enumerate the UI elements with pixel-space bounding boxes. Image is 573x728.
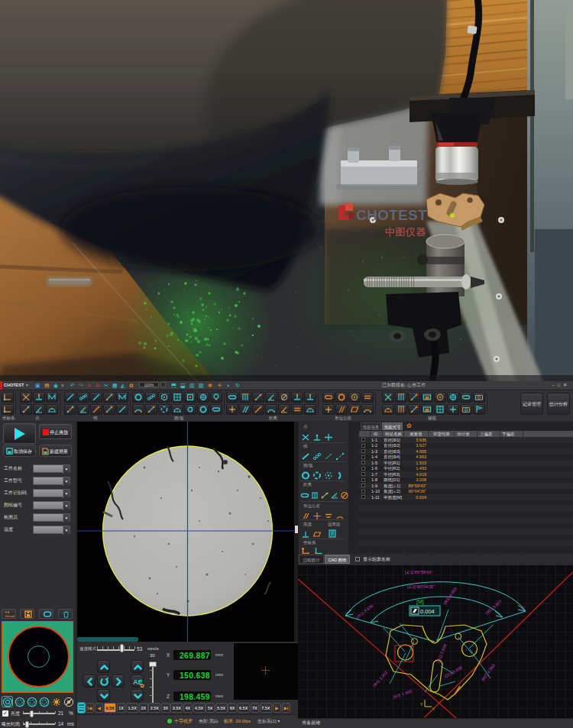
svg-text:[M]: [M]	[416, 599, 424, 605]
svg-text:[∠1] 89°59'43": [∠1] 89°59'43"	[405, 570, 432, 574]
svg-text:CHOTEST: CHOTEST	[356, 207, 427, 223]
svg-text:(R1) 2.998: (R1) 2.998	[435, 643, 447, 663]
svg-text:中图仪器: 中图仪器	[385, 226, 427, 238]
svg-text:(R3) 1.493: (R3) 1.493	[392, 688, 412, 700]
svg-text:0: 0	[335, 494, 337, 498]
svg-text:0.004: 0.004	[420, 608, 435, 615]
svg-text:(Φ3) 4.959: (Φ3) 4.959	[442, 587, 458, 606]
svg-text:(R2) 4.963: (R2) 4.963	[481, 663, 496, 682]
svg-text:[∠2] 90°04'26": [∠2] 90°04'26"	[407, 584, 435, 589]
svg-text:Y: Y	[420, 702, 423, 707]
